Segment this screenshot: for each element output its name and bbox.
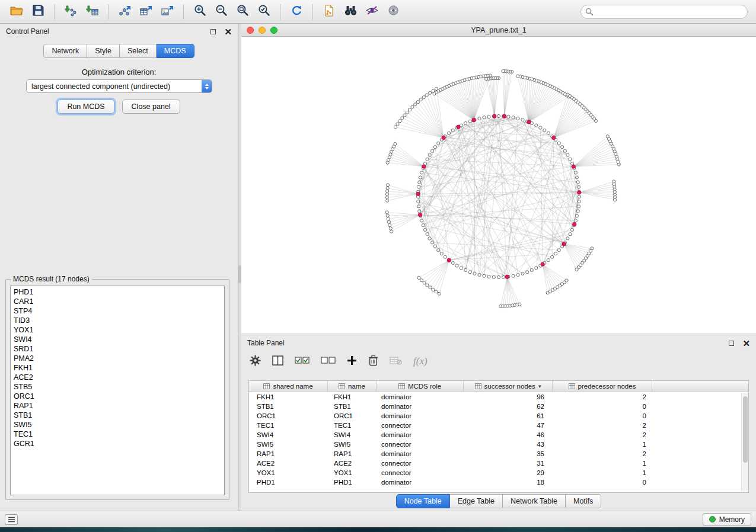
show-display-button[interactable] bbox=[382, 3, 404, 21]
network-node[interactable] bbox=[394, 126, 397, 129]
network-node[interactable] bbox=[385, 196, 388, 199]
network-node[interactable] bbox=[420, 171, 423, 174]
network-node[interactable] bbox=[613, 180, 615, 183]
zoom-in-button[interactable] bbox=[189, 3, 210, 21]
mcds-result-item[interactable]: ACE2 bbox=[11, 373, 224, 382]
network-node[interactable] bbox=[483, 274, 486, 277]
network-node[interactable] bbox=[521, 118, 524, 121]
network-hub-node[interactable] bbox=[472, 118, 476, 122]
network-node[interactable] bbox=[418, 210, 421, 213]
network-hub-node[interactable] bbox=[573, 222, 576, 226]
deselect-all-button[interactable] bbox=[321, 356, 336, 367]
network-node[interactable] bbox=[411, 105, 414, 108]
mcds-result-item[interactable]: STB5 bbox=[11, 382, 224, 392]
network-node[interactable] bbox=[478, 273, 481, 276]
network-node[interactable] bbox=[418, 181, 421, 184]
network-node[interactable] bbox=[428, 237, 431, 240]
save-button[interactable] bbox=[27, 3, 49, 21]
select-all-button[interactable] bbox=[295, 356, 310, 367]
network-node[interactable] bbox=[387, 220, 390, 223]
scrollbar-thumb[interactable] bbox=[743, 396, 748, 463]
network-node[interactable] bbox=[422, 224, 425, 227]
network-node[interactable] bbox=[547, 132, 550, 134]
network-node[interactable] bbox=[521, 272, 524, 275]
network-node[interactable] bbox=[414, 103, 417, 106]
network-node[interactable] bbox=[431, 149, 434, 152]
network-node[interactable] bbox=[566, 237, 569, 240]
network-node[interactable] bbox=[535, 267, 538, 270]
network-node[interactable] bbox=[578, 195, 580, 198]
import-table-button[interactable] bbox=[81, 3, 103, 21]
column-header-name[interactable]: name bbox=[328, 381, 377, 392]
mcds-result-item[interactable]: GCR1 bbox=[11, 439, 224, 448]
close-panel-button[interactable]: Close panel bbox=[122, 100, 180, 114]
network-node[interactable] bbox=[389, 227, 392, 230]
network-node[interactable] bbox=[429, 286, 432, 289]
tab-style[interactable]: Style bbox=[87, 44, 120, 58]
memory-button[interactable]: Memory bbox=[703, 513, 751, 526]
network-node[interactable] bbox=[416, 101, 419, 104]
network-node[interactable] bbox=[386, 184, 389, 187]
mcds-result-item[interactable]: CAR1 bbox=[11, 297, 224, 306]
column-header-mcds-role[interactable]: MCDS role bbox=[377, 381, 464, 392]
mcds-result-item[interactable]: TID3 bbox=[11, 316, 224, 325]
network-node[interactable] bbox=[566, 93, 569, 96]
network-node[interactable] bbox=[565, 279, 568, 282]
network-node[interactable] bbox=[417, 185, 420, 188]
network-node[interactable] bbox=[423, 281, 426, 284]
network-node[interactable] bbox=[386, 190, 389, 193]
mcds-result-list[interactable]: PHD1CAR1STP4TID3YOX1SWI4SRD1PMA2FKH1ACE2… bbox=[10, 286, 225, 495]
network-node[interactable] bbox=[575, 176, 578, 179]
add-column-button[interactable] bbox=[347, 355, 357, 368]
network-node[interactable] bbox=[502, 275, 505, 278]
network-hub-node[interactable] bbox=[422, 165, 426, 168]
network-node[interactable] bbox=[428, 153, 431, 156]
network-node[interactable] bbox=[539, 126, 542, 129]
network-node[interactable] bbox=[468, 271, 471, 274]
mcds-result-item[interactable]: STP4 bbox=[11, 306, 224, 316]
network-node[interactable] bbox=[386, 199, 389, 202]
network-node[interactable] bbox=[403, 114, 406, 117]
import-network-button[interactable] bbox=[60, 3, 81, 21]
network-node[interactable] bbox=[437, 142, 440, 145]
network-node[interactable] bbox=[578, 200, 580, 203]
mcds-result-item[interactable]: TEC1 bbox=[11, 430, 224, 439]
network-node[interactable] bbox=[543, 129, 546, 132]
network-node[interactable] bbox=[576, 181, 579, 184]
network-node[interactable] bbox=[487, 275, 490, 278]
network-hub-node[interactable] bbox=[493, 114, 496, 118]
zoom-fit-button[interactable] bbox=[232, 3, 253, 21]
network-node[interactable] bbox=[401, 117, 404, 120]
network-node[interactable] bbox=[464, 121, 467, 124]
export-table-button[interactable] bbox=[135, 3, 157, 21]
network-node[interactable] bbox=[426, 233, 429, 236]
network-node[interactable] bbox=[502, 70, 505, 73]
mcds-result-item[interactable]: STB1 bbox=[11, 411, 224, 420]
network-node[interactable] bbox=[516, 117, 519, 120]
network-hub-node[interactable] bbox=[505, 275, 509, 278]
table-row[interactable]: RAP1RAP1dominator352 bbox=[249, 449, 748, 459]
network-node[interactable] bbox=[431, 241, 434, 244]
tab-mcds[interactable]: MCDS bbox=[157, 44, 194, 58]
network-node[interactable] bbox=[390, 230, 393, 233]
network-node[interactable] bbox=[551, 255, 554, 258]
close-panel-icon[interactable]: ✕ bbox=[742, 339, 750, 348]
mcds-result-item[interactable]: FKH1 bbox=[11, 363, 224, 373]
network-node[interactable] bbox=[566, 153, 569, 156]
tab-network[interactable]: Network bbox=[43, 44, 87, 58]
table-row[interactable]: ORC1ORC1dominator610 bbox=[249, 411, 748, 421]
mcds-result-item[interactable]: PMA2 bbox=[11, 354, 224, 363]
network-node[interactable] bbox=[518, 303, 521, 306]
network-node[interactable] bbox=[526, 271, 529, 274]
run-mcds-button[interactable]: Run MCDS bbox=[58, 100, 114, 114]
zoom-selected-button[interactable] bbox=[253, 3, 275, 21]
network-node[interactable] bbox=[577, 185, 580, 188]
network-node[interactable] bbox=[433, 245, 436, 248]
mcds-result-item[interactable]: PHD1 bbox=[11, 287, 224, 297]
network-node[interactable] bbox=[425, 94, 428, 97]
close-panel-icon[interactable]: ✕ bbox=[224, 27, 232, 36]
network-hub-node[interactable] bbox=[457, 125, 460, 129]
mcds-result-item[interactable]: SWI4 bbox=[11, 335, 224, 344]
network-hub-node[interactable] bbox=[578, 191, 581, 194]
refresh-button[interactable] bbox=[286, 3, 307, 21]
